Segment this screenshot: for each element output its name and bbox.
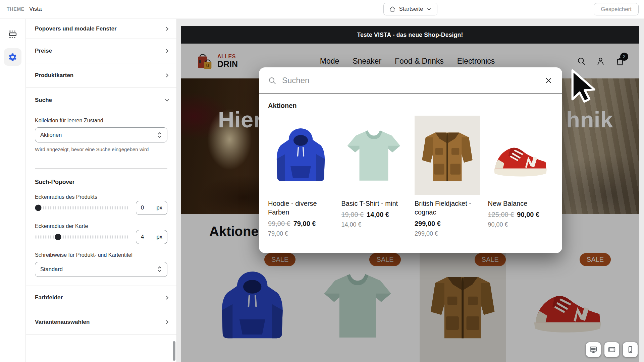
desktop-preview-button[interactable] — [586, 342, 601, 357]
mobile-preview-button[interactable] — [623, 342, 638, 357]
empty-state-help-text: Wird angezeigt, bevor eine Suche eingege… — [35, 146, 166, 153]
empty-state-collection-select[interactable]: Aktionen — [35, 127, 167, 142]
chevron-right-icon — [165, 49, 169, 53]
announcement-text: Teste VISTA - das neue Shop-Design! — [357, 32, 463, 39]
theme-editor: THEME Vista Startseite Gespeichert — [0, 0, 644, 362]
sidebar-item-produktkarten[interactable]: Produktkarten — [26, 63, 176, 88]
card-radius-value[interactable]: 4 px — [136, 230, 167, 244]
popover-section-title: Aktionen — [268, 102, 553, 110]
card-radius-slider[interactable] — [35, 230, 128, 244]
topbar: THEME Vista Startseite Gespeichert — [0, 0, 644, 18]
theme-name: Vista — [29, 6, 42, 12]
sidebar-item-variantenauswahlen[interactable]: Variantenauswahlen — [26, 310, 176, 335]
suche-settings: Kollektion für leeren Zustand Aktionen W… — [26, 118, 176, 277]
theme-identity: THEME Vista — [0, 6, 177, 12]
compare-at-price: 125,00 € — [488, 211, 514, 218]
search-result-hoodie[interactable]: Hoodie - diverse Farben 99,00 €79,00 € 7… — [268, 116, 333, 237]
secondary-price: 299,00 € — [415, 230, 480, 237]
sections-panel-button[interactable] — [4, 25, 21, 43]
search-result-tshirt[interactable]: Basic T-Shirt - mint 19,00 €14,00 € 14,0… — [341, 116, 407, 237]
chevron-right-icon — [165, 27, 169, 31]
gear-icon — [8, 53, 17, 62]
search-result-sneaker[interactable]: New Balance 125,00 €90,00 € 90,00 € — [488, 116, 553, 237]
sidebar-item-suche[interactable]: Suche — [26, 88, 176, 112]
theme-settings-panel-button[interactable] — [4, 48, 21, 66]
card-radius-label: Eckenradius der Karte — [35, 223, 167, 229]
secondary-price: 90,00 € — [488, 221, 553, 228]
price: 299,00 € — [415, 220, 441, 227]
secondary-price: 79,00 € — [268, 230, 333, 237]
theme-label: THEME — [7, 6, 24, 12]
product-radius-slider[interactable] — [35, 201, 128, 215]
mobile-icon — [626, 345, 635, 354]
title-case-label: Schreibweise für Produkt- und Kartentite… — [35, 252, 167, 258]
chevron-right-icon — [165, 296, 169, 300]
page-selector-button[interactable]: Startseite — [383, 3, 438, 15]
editor-icon-rail — [0, 19, 25, 362]
sidebar-item-farbfelder[interactable]: Farbfelder — [26, 286, 176, 310]
slider-handle[interactable] — [35, 204, 42, 211]
desktop-icon — [589, 345, 598, 354]
price: 90,00 € — [517, 211, 539, 218]
chevron-right-icon — [165, 320, 169, 324]
sections-icon — [8, 29, 18, 39]
settings-divider — [35, 169, 167, 169]
title-case-select[interactable]: Standard — [35, 262, 167, 277]
theme-settings-sidebar: Popovers und modale Fenster Preise Produ… — [26, 19, 177, 362]
search-bar — [259, 67, 562, 94]
tablet-icon — [607, 345, 616, 354]
search-popover-heading: Such-Popover — [35, 179, 167, 186]
price: 14,00 € — [367, 211, 389, 218]
empty-state-collection-label: Kollektion für leeren Zustand — [35, 118, 167, 124]
search-popover: Aktionen Hoodie - diverse Farben 99,00 €… — [259, 67, 562, 253]
select-updown-icon — [157, 265, 163, 273]
chevron-right-icon — [165, 73, 169, 77]
search-result-jacket[interactable]: British Fieldjacket - cognac 299,00 € 29… — [415, 116, 480, 237]
search-input[interactable] — [282, 76, 538, 85]
product-image — [488, 116, 553, 195]
preview-canvas: Teste VISTA - das neue Shop-Design! U — [177, 19, 644, 362]
announcement-bar[interactable]: Teste VISTA - das neue Shop-Design! — [181, 26, 639, 44]
compare-at-price: 19,00 € — [341, 211, 364, 218]
price: 79,00 € — [293, 220, 316, 227]
select-updown-icon — [157, 131, 163, 139]
sidebar-scrollbar[interactable] — [173, 341, 175, 361]
sidebar-item-preise[interactable]: Preise — [26, 39, 176, 63]
sidebar-item-popovers[interactable]: Popovers und modale Fenster — [26, 19, 176, 39]
page-selector-label: Startseite — [399, 6, 423, 12]
search-icon — [268, 76, 276, 85]
product-radius-value[interactable]: 0 px — [136, 201, 167, 215]
close-icon[interactable] — [544, 76, 553, 85]
home-icon — [389, 6, 396, 12]
save-status-button[interactable]: Gespeichert — [594, 3, 639, 15]
chevron-down-icon — [165, 98, 169, 102]
chevron-down-icon — [426, 6, 432, 12]
product-radius-label: Eckenradius des Produkts — [35, 194, 167, 200]
slider-handle[interactable] — [55, 234, 61, 240]
device-preview-toggle — [586, 342, 638, 357]
compare-at-price: 99,00 € — [268, 220, 290, 227]
product-image — [341, 116, 407, 195]
product-image — [268, 116, 333, 195]
product-image — [415, 116, 480, 195]
secondary-price: 14,00 € — [341, 221, 407, 228]
tablet-preview-button[interactable] — [604, 342, 620, 357]
